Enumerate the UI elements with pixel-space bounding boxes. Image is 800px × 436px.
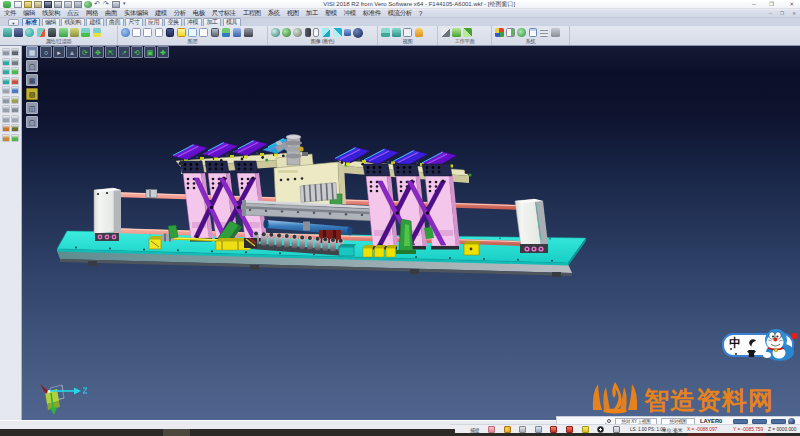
workplane-axes-icon[interactable] [452,28,461,37]
menu-item-15[interactable]: 塑模 [325,9,337,18]
snap-intersect-icon[interactable] [566,426,573,433]
maximize-button[interactable]: ❐ [769,0,774,8]
layer-stack-icon[interactable] [233,28,242,37]
box-view-icon[interactable]: ▢ [26,60,38,72]
workplane-select-icon[interactable] [441,28,450,37]
layer-filled-icon[interactable] [166,28,175,37]
pan-view-icon[interactable]: ✥ [92,46,104,58]
snap-grid-icon[interactable] [519,426,526,433]
view-frame-icon[interactable] [403,28,412,37]
snap-clock-icon[interactable] [597,426,604,433]
view-umbrella-icon[interactable] [415,28,424,37]
copy-view-icon[interactable] [64,1,72,8]
menu-item-4[interactable]: 网格 [86,9,98,18]
edit-style-icon[interactable] [70,28,79,37]
attribute-paint-icon[interactable] [3,28,12,37]
menu-item-14[interactable]: 加工 [306,9,318,18]
add-filter-icon[interactable] [81,28,90,37]
visi-logo-icon[interactable] [3,1,11,8]
menu-item-2[interactable]: 线架构 [42,9,60,18]
menu-item-6[interactable]: 实体编辑 [124,9,148,18]
grid-filter-icon[interactable] [59,28,68,37]
active-plane-icon[interactable]: ▨ [26,88,38,100]
render-hidden-line-icon[interactable] [293,28,302,37]
snap-point-icon[interactable] [488,426,495,433]
color-palette-icon[interactable] [495,28,504,37]
more-dropdown-icon[interactable]: ▾ [123,0,126,7]
snap-mid-icon[interactable] [550,426,557,433]
render-wireframe-icon[interactable] [271,28,280,37]
snap-plus-icon[interactable] [613,426,620,433]
new-document-icon[interactable] [14,1,22,8]
select-arrow-icon[interactable]: ▸ [53,46,65,58]
cube-view-icon[interactable]: ▢ [26,116,38,128]
plane-view-icon[interactable]: ▩ [26,74,38,86]
layer-blank-1-icon[interactable] [132,28,141,37]
menu-item-18[interactable]: 模流分析 [388,9,412,18]
layer-blank-4-icon[interactable] [199,28,208,37]
menu-item-16[interactable]: 冲模 [344,9,356,18]
render-shaded-icon[interactable] [353,28,363,38]
close-button[interactable]: ✕ [789,0,794,8]
workplane-move-icon[interactable] [463,28,472,37]
open-folder-icon[interactable] [24,1,32,8]
world-globe-icon[interactable] [84,1,92,8]
zoom-all-icon[interactable] [381,28,390,37]
layer-blank-3-icon[interactable] [155,28,164,37]
layer-dark-icon[interactable] [211,28,220,37]
menu-item-1[interactable]: 编辑 [23,9,35,18]
minimize-button[interactable]: ─ [752,0,756,8]
capture-icon[interactable] [112,1,120,8]
mdi-close-icon[interactable]: ✕ [792,11,796,17]
fit-view-icon[interactable]: ✚ [157,46,169,58]
menu-item-0[interactable]: 文件 [4,9,16,18]
render-shaded-edges-icon[interactable] [282,28,291,37]
print-icon[interactable] [54,1,62,8]
rotate-view-icon[interactable]: ⟳ [79,46,91,58]
grid-toggle-icon[interactable]: ▦ [26,46,38,58]
layer-cursor-icon[interactable] [188,28,197,37]
menu-item-8[interactable]: 分析 [174,9,186,18]
edit-attributes-icon[interactable] [37,28,46,37]
menu-item-19[interactable]: ? [419,10,422,17]
folder-system-icon[interactable] [551,28,560,37]
axis-view-icon[interactable]: ◫ [26,102,38,114]
menu-item-11[interactable]: 工程图 [243,9,261,18]
window-layout-icon[interactable] [529,28,538,37]
menu-item-7[interactable]: 建模 [155,9,167,18]
filter-solid-icon[interactable] [14,28,23,37]
zoom-box-icon[interactable]: ⇱ [105,46,117,58]
layer-current-icon[interactable] [177,28,186,37]
layer-sync-icon[interactable] [121,28,130,37]
menu-item-10[interactable]: 尺寸标注 [212,9,236,18]
cylinder-outline-icon[interactable] [313,28,319,37]
viewport-3d[interactable]: ▦ ▢ ▩ ▨ ◫ ▢ ○ ▸ ▲ ⟳ ✥ ⇱ ↗ ⟲ ▣ ✚ 中 智造资料网 [0,46,800,421]
cylinder-dark-icon[interactable] [305,28,311,37]
snap-compass-icon[interactable] [504,426,511,433]
layer-globe-icon[interactable] [222,28,231,37]
menu-item-13[interactable]: 视图 [287,9,299,18]
mdi-restore-icon[interactable]: ❐ [780,11,784,17]
save-icon[interactable] [44,1,52,8]
menu-item-12[interactable]: 系统 [268,9,280,18]
list-lines-icon[interactable] [540,28,549,37]
light-edit-icon[interactable] [333,28,342,37]
tab-list-dropdown[interactable]: ▾ [8,19,19,26]
plot-icon[interactable] [74,1,82,8]
redo-icon[interactable]: ↷ [103,0,109,7]
menu-item-9[interactable]: 电极 [193,9,205,18]
undo-icon[interactable]: ↶ [94,0,100,7]
layer-options-icon[interactable] [244,28,253,37]
layer-blank-2-icon[interactable] [143,28,152,37]
spin-view-icon[interactable]: ▣ [144,46,156,58]
filter-circle-icon[interactable] [25,28,34,37]
menu-item-17[interactable]: 标准件 [363,9,381,18]
snap-center-icon[interactable] [582,426,589,433]
shade-mode-icon[interactable]: ▲ [66,46,78,58]
refresh-view-icon[interactable]: ⟲ [131,46,143,58]
magnet-snap-icon[interactable] [48,28,57,37]
iso-view-icon[interactable]: ↗ [118,46,130,58]
menu-item-5[interactable]: 曲面 [105,9,117,18]
import-file-icon[interactable] [34,1,42,8]
light-toggle-icon[interactable] [322,28,331,37]
